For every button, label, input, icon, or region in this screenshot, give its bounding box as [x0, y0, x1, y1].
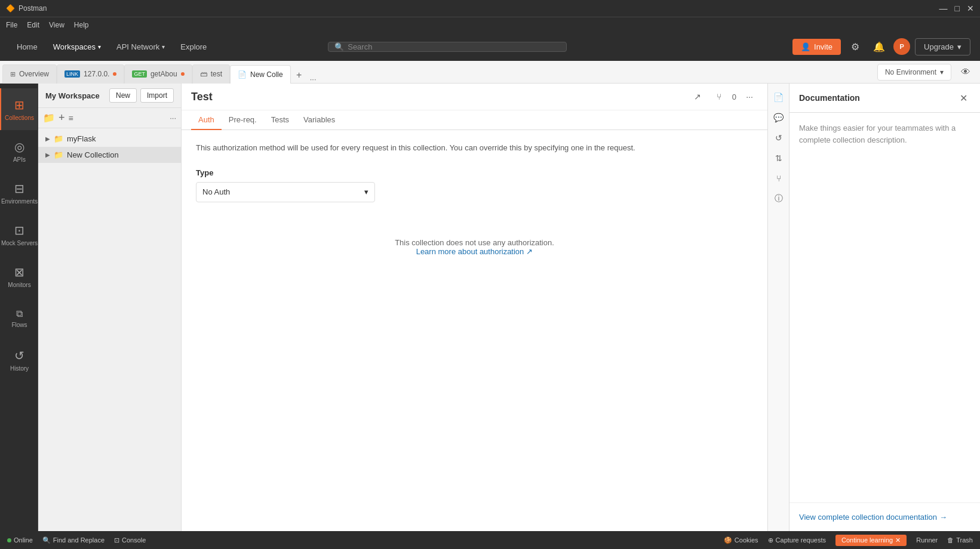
myflask-icon: 📁: [54, 134, 63, 143]
right-icon-info[interactable]: ⓘ: [770, 190, 788, 208]
right-icon-fork[interactable]: ⑂: [770, 169, 788, 187]
doc-footer: View complete collection documentation →: [789, 502, 980, 531]
collections-icon: ⊞: [14, 98, 24, 112]
more-actions-btn[interactable]: ···: [741, 88, 758, 105]
subtab-tests[interactable]: Tests: [264, 110, 296, 130]
tab-link[interactable]: LINK 127.0.0.: [57, 64, 124, 84]
collection-myflask[interactable]: ▶ 📁 myFlask: [38, 131, 181, 147]
avatar[interactable]: P: [893, 38, 910, 55]
myflask-name: myFlask: [67, 134, 96, 143]
flows-icon: ⧉: [16, 309, 23, 319]
menu-help[interactable]: Help: [74, 21, 89, 29]
subtab-prereq[interactable]: Pre-req.: [222, 110, 264, 130]
filter-icon[interactable]: ≡: [69, 113, 73, 123]
doc-close-btn[interactable]: ✕: [956, 91, 970, 105]
right-icon-comment[interactable]: 💬: [770, 109, 788, 127]
auth-description: This authorization method will be used f…: [196, 142, 753, 154]
doc-icon: 📄: [238, 70, 247, 79]
cookies-btn[interactable]: 🍪 Cookies: [724, 536, 758, 544]
menu-view[interactable]: View: [49, 21, 64, 29]
subtabs: Auth Pre-req. Tests Variables: [182, 110, 767, 130]
collections-more-btn[interactable]: ···: [170, 113, 176, 122]
workspaces-btn[interactable]: Workspaces ▾: [46, 39, 108, 55]
sidebar-item-monitors[interactable]: ⊠ Monitors: [0, 255, 38, 297]
home-btn[interactable]: Home: [10, 39, 45, 55]
right-icon-doc[interactable]: 📄: [770, 88, 788, 106]
fork-btn[interactable]: ⑂: [711, 88, 727, 105]
monitors-label: Monitors: [8, 282, 30, 288]
api-network-btn[interactable]: API Network ▾: [109, 39, 172, 55]
newcollection-chevron: ▶: [45, 152, 50, 158]
history-icon: ↺: [14, 348, 24, 363]
tab-getabout[interactable]: GET getAbou: [124, 64, 192, 84]
runner-label: Runner: [916, 536, 938, 544]
continue-close[interactable]: ✕: [895, 536, 901, 544]
console-btn[interactable]: ⊡ Console: [114, 536, 146, 544]
tab-test-label: test: [211, 70, 222, 78]
workspace-name: My Workspace: [45, 91, 100, 100]
learn-more-link[interactable]: Learn more about authorization ↗: [416, 247, 533, 256]
maximize-btn[interactable]: □: [955, 4, 960, 13]
runner-btn[interactable]: Runner: [916, 536, 938, 544]
request-header: Test ↗ ⑂ 0 ···: [182, 84, 767, 110]
sidebar-item-environments[interactable]: ⊟ Environments: [0, 172, 38, 214]
settings-btn[interactable]: ⚙: [846, 37, 865, 56]
add-tab-btn[interactable]: +: [291, 67, 308, 84]
continue-learning-btn[interactable]: Continue learning ✕: [835, 535, 907, 546]
share-icon: ↗: [694, 92, 701, 101]
api-network-label: API Network: [116, 42, 159, 51]
cookies-icon: 🍪: [724, 536, 732, 544]
right-icon-history[interactable]: ↺: [770, 129, 788, 147]
right-icon-pr[interactable]: ⇅: [770, 149, 788, 167]
sidebar-item-apis[interactable]: ◎ APIs: [0, 130, 38, 172]
capture-label: Capture requests: [776, 536, 826, 544]
eye-btn[interactable]: 👁: [956, 63, 975, 82]
sidebar-item-flows[interactable]: ⧉ Flows: [0, 297, 38, 339]
app-name: Postman: [19, 4, 47, 13]
new-btn[interactable]: New: [109, 88, 137, 103]
doc-description: Make things easier for your teammates wi…: [799, 122, 970, 146]
search-bar[interactable]: 🔍: [328, 42, 567, 52]
menu-edit[interactable]: Edit: [27, 21, 39, 29]
collection-list: ▶ 📁 myFlask ▶ 📁 New Collection: [38, 128, 181, 165]
upgrade-btn[interactable]: Upgrade ▾: [915, 38, 970, 55]
sidebar-item-mock-servers[interactable]: ⊡ Mock Servers: [0, 214, 38, 255]
search-input[interactable]: [348, 42, 560, 51]
history-label: History: [10, 365, 29, 372]
add-collection-btn[interactable]: +: [59, 112, 65, 124]
sidebar-icons: ⊞ Collections ◎ APIs ⊟ Environments ⊡ Mo…: [0, 84, 38, 531]
close-btn[interactable]: ✕: [967, 4, 974, 13]
tabs-more-btn[interactable]: ···: [308, 75, 319, 84]
subtab-variables[interactable]: Variables: [296, 110, 342, 130]
find-replace-label: Find and Replace: [53, 536, 105, 544]
menu-file[interactable]: File: [6, 21, 17, 29]
tab-newcollection[interactable]: 📄 New Colle: [230, 65, 291, 84]
env-area: No Environment ▾ 👁: [877, 63, 980, 82]
collection-newcollection[interactable]: ▶ 📁 New Collection: [38, 147, 181, 163]
find-replace-btn[interactable]: 🔍 Find and Replace: [42, 536, 105, 544]
trash-btn[interactable]: 🗑 Trash: [947, 536, 973, 544]
env-selector[interactable]: No Environment ▾: [877, 64, 951, 81]
import-btn[interactable]: Import: [140, 88, 174, 103]
console-icon: ⊡: [114, 536, 119, 544]
sidebar-item-collections[interactable]: ⊞ Collections: [0, 88, 38, 130]
online-label: Online: [14, 536, 33, 544]
capture-btn[interactable]: ⊕ Capture requests: [768, 536, 826, 544]
notifications-btn[interactable]: 🔔: [870, 37, 889, 56]
share-btn[interactable]: ↗: [689, 88, 706, 105]
sidebar-item-history[interactable]: ↺ History: [0, 339, 38, 381]
overview-icon: ⊞: [10, 70, 16, 78]
doc-footer-link[interactable]: View complete collection documentation →: [799, 513, 970, 522]
tab-newcollection-label: New Colle: [250, 70, 283, 79]
type-label: Type: [196, 168, 753, 177]
tab-test[interactable]: 🗃 test: [192, 64, 230, 84]
window-controls: — □ ✕: [939, 4, 974, 13]
type-dropdown[interactable]: No Auth ▾: [196, 182, 375, 202]
subtab-auth[interactable]: Auth: [191, 110, 222, 130]
tab-overview[interactable]: ⊞ Overview: [2, 64, 57, 84]
type-dropdown-value: No Auth: [202, 187, 230, 196]
minimize-btn[interactable]: —: [939, 4, 948, 13]
tabs-area: ⊞ Overview LINK 127.0.0. GET getAbou 🗃 t…: [0, 61, 877, 84]
invite-btn[interactable]: 👤 Invite: [792, 39, 841, 55]
explore-btn[interactable]: Explore: [173, 39, 214, 55]
